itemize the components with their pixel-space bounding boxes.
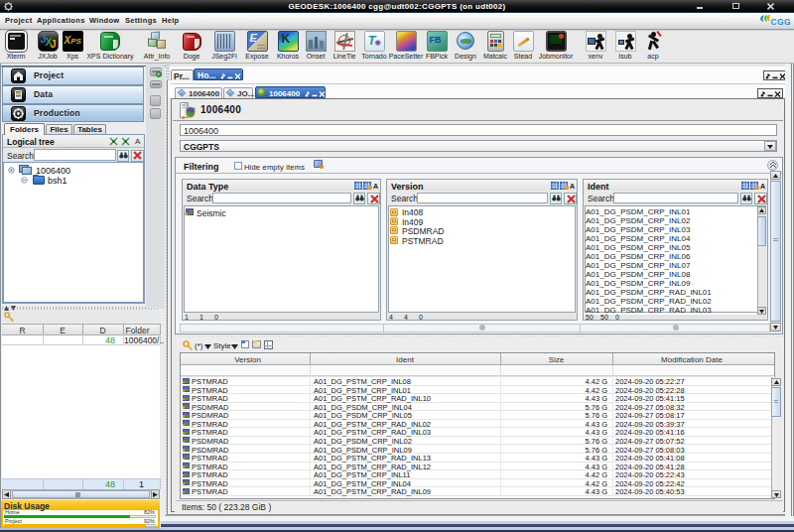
svg-text:CGG: CGG [771, 16, 792, 26]
